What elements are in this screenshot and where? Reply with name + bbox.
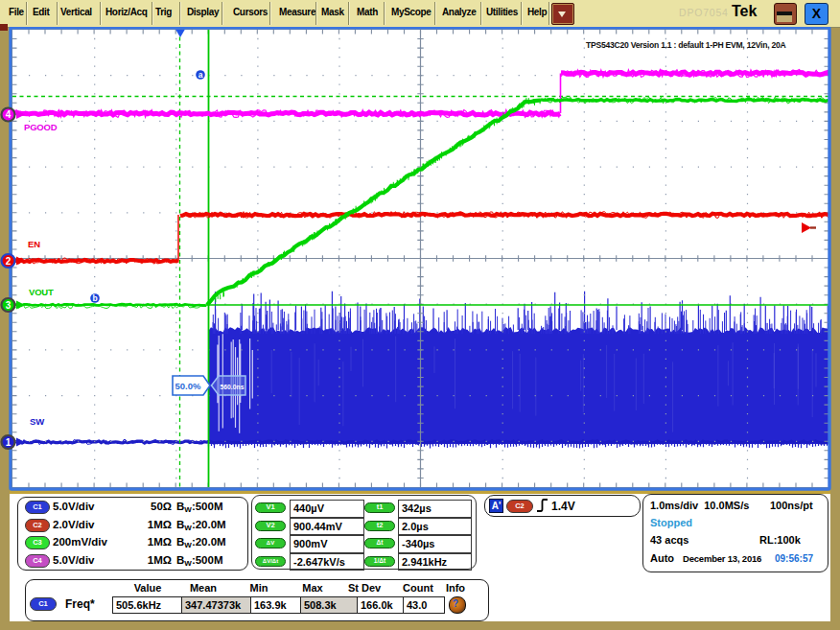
svg-text:b: b bbox=[92, 293, 97, 303]
svg-text:50.0%: 50.0% bbox=[175, 381, 201, 391]
svg-text:SW: SW bbox=[30, 416, 44, 427]
svg-text:TPS543C20 Version 1.1 : defaul: TPS543C20 Version 1.1 : default 1-PH EVM… bbox=[586, 40, 786, 50]
svg-text:4: 4 bbox=[6, 109, 12, 120]
svg-text:2: 2 bbox=[6, 256, 12, 267]
svg-text:3: 3 bbox=[6, 300, 12, 311]
svg-text:1: 1 bbox=[6, 437, 12, 448]
svg-text:a: a bbox=[198, 70, 203, 80]
svg-text:560.0ns: 560.0ns bbox=[221, 384, 245, 390]
svg-text:VOUT: VOUT bbox=[29, 287, 54, 297]
svg-text:EN: EN bbox=[28, 239, 40, 249]
svg-text:PGOOD: PGOOD bbox=[24, 122, 58, 132]
